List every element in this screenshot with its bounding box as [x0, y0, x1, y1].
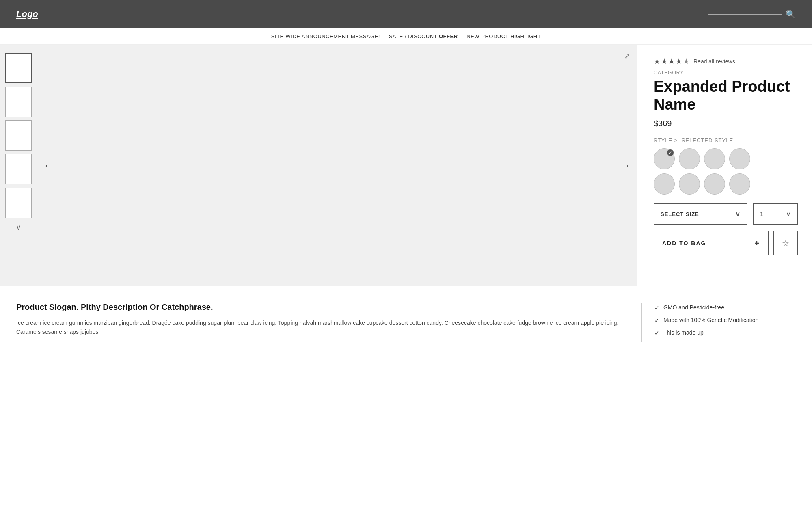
- swatch-3[interactable]: [704, 148, 725, 169]
- image-next-button[interactable]: →: [618, 157, 633, 174]
- swatch-8[interactable]: [729, 173, 750, 195]
- color-swatches: [654, 148, 798, 195]
- style-label: STYLE > SELECTED STYLE: [654, 137, 798, 143]
- quantity-value: 1: [760, 211, 763, 217]
- feature-2-text: Made with 100% Genetic Modification: [663, 317, 758, 323]
- expand-icon[interactable]: ⤢: [624, 52, 630, 61]
- feature-2: ✓ Made with 100% Genetic Modification: [654, 317, 796, 324]
- image-section: ∨ ⤢ ← →: [0, 45, 637, 286]
- feature-3-text: This is made up: [663, 329, 704, 336]
- check-icon-2: ✓: [654, 317, 659, 324]
- search-icon[interactable]: 🔍: [786, 9, 796, 19]
- wishlist-icon: ☆: [782, 238, 789, 248]
- swatch-1[interactable]: [654, 148, 675, 169]
- bottom-section: Product Slogan. Pithy Description Or Cat…: [0, 286, 812, 342]
- announcement-text2: SALE / DISCOUNT: [389, 33, 437, 39]
- product-body: Ice cream ice cream gummies marzipan gin…: [16, 318, 625, 337]
- swatch-6[interactable]: [679, 173, 700, 195]
- add-to-bag-label: ADD TO BAG: [662, 240, 706, 247]
- swatch-4[interactable]: [729, 148, 750, 169]
- feature-1: ✓ GMO and Pesticide-free: [654, 304, 796, 311]
- product-price: $369: [654, 119, 798, 128]
- header: Logo 🔍: [0, 0, 812, 28]
- size-qty-row: SELECT SIZE ∨ 1 ∨: [654, 203, 798, 225]
- main-content: ∨ ⤢ ← → ★ ★ ★ ★ ★ Read all reviews CATEG…: [0, 45, 812, 286]
- star-3: ★: [668, 57, 675, 66]
- main-image-area: ⤢ ← →: [37, 45, 637, 286]
- swatch-7[interactable]: [704, 173, 725, 195]
- image-prev-button[interactable]: ←: [41, 157, 56, 174]
- announcement-dash2: —: [460, 33, 467, 39]
- thumbnail-3[interactable]: [5, 120, 32, 151]
- star-5: ★: [683, 57, 689, 66]
- size-chevron-icon: ∨: [735, 210, 741, 218]
- style-selected-text: SELECTED STYLE: [680, 137, 733, 143]
- star-rating: ★ ★ ★ ★ ★: [654, 57, 689, 66]
- check-icon-1: ✓: [654, 305, 659, 311]
- check-icon-3: ✓: [654, 330, 659, 336]
- add-to-bag-button[interactable]: ADD TO BAG +: [654, 231, 769, 255]
- thumbnail-1[interactable]: [5, 53, 32, 83]
- add-row: ADD TO BAG + ☆: [654, 231, 798, 255]
- feature-1-text: GMO and Pesticide-free: [663, 304, 724, 311]
- rating-row: ★ ★ ★ ★ ★ Read all reviews: [654, 57, 798, 66]
- announcement-link[interactable]: NEW PRODUCT HIGHLIGHT: [466, 33, 541, 39]
- swatch-2[interactable]: [679, 148, 700, 169]
- announcement-offer: OFFER: [439, 33, 458, 39]
- quantity-select[interactable]: 1 ∨: [753, 203, 798, 225]
- product-description: Product Slogan. Pithy Description Or Cat…: [16, 303, 625, 342]
- product-section: ★ ★ ★ ★ ★ Read all reviews CATEGORY Expa…: [637, 45, 812, 286]
- read-reviews-link[interactable]: Read all reviews: [693, 58, 735, 65]
- style-label-text: STYLE >: [654, 137, 678, 143]
- wishlist-button[interactable]: ☆: [773, 231, 798, 255]
- product-name: Expanded Product Name: [654, 78, 798, 113]
- search-bar-decoration: [708, 14, 782, 15]
- thumbnail-2[interactable]: [5, 87, 32, 117]
- size-label: SELECT SIZE: [661, 211, 699, 217]
- announcement-dash1: —: [382, 33, 389, 39]
- thumbnail-scroll-down-icon[interactable]: ∨: [16, 223, 21, 232]
- size-select[interactable]: SELECT SIZE ∨: [654, 203, 747, 225]
- qty-chevron-icon: ∨: [786, 210, 791, 218]
- thumbnail-5[interactable]: [5, 188, 32, 218]
- announcement-bar: SITE-WIDE ANNOUNCEMENT MESSAGE! — SALE /…: [0, 28, 812, 45]
- search-area: 🔍: [708, 9, 796, 19]
- star-4: ★: [676, 57, 682, 66]
- swatch-5[interactable]: [654, 173, 675, 195]
- star-1: ★: [654, 57, 660, 66]
- star-2: ★: [661, 57, 667, 66]
- announcement-text1: SITE-WIDE ANNOUNCEMENT MESSAGE!: [271, 33, 380, 39]
- category-label: CATEGORY: [654, 70, 798, 76]
- feature-3: ✓ This is made up: [654, 329, 796, 336]
- logo[interactable]: Logo: [16, 9, 38, 19]
- product-slogan: Product Slogan. Pithy Description Or Cat…: [16, 303, 625, 312]
- thumbnail-column: ∨: [0, 45, 37, 286]
- thumbnail-4[interactable]: [5, 154, 32, 184]
- product-features: ✓ GMO and Pesticide-free ✓ Made with 100…: [641, 303, 796, 342]
- plus-icon: +: [754, 239, 760, 248]
